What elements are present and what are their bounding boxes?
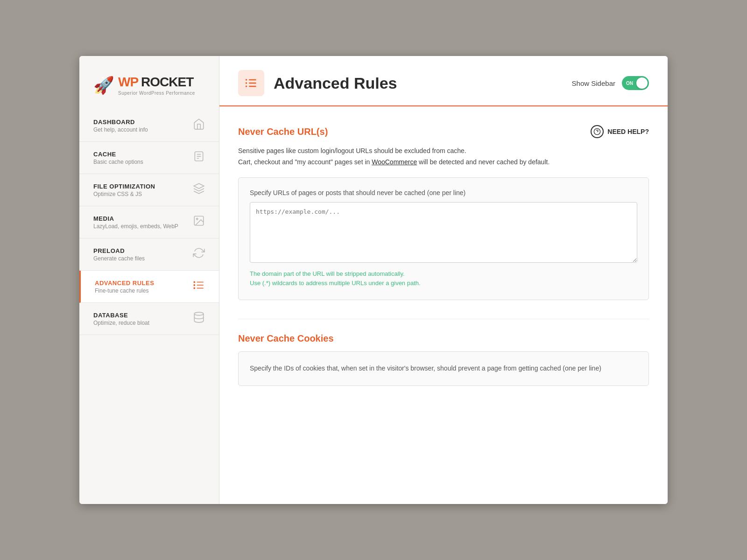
logo-wp: WP (118, 75, 138, 90)
toggle-knob (636, 77, 648, 89)
nav-title-dashboard: DASHBOARD (93, 119, 148, 126)
dashboard-icon (193, 118, 205, 133)
nav-title-media: MEDIA (93, 215, 178, 222)
show-sidebar-label: Show Sidebar (572, 79, 615, 87)
logo-rocket: ROCKET (141, 75, 193, 90)
nav-subtitle-file-optimization: Optimize CSS & JS (93, 191, 155, 197)
nav-subtitle-cache: Basic cache options (93, 159, 143, 165)
toggle-label: ON (626, 81, 633, 86)
main-content-area: Advanced Rules Show Sidebar ON Never Cac… (219, 56, 668, 504)
nav-subtitle-dashboard: Get help, account info (93, 126, 148, 133)
sidebar-item-media[interactable]: MEDIA LazyLoad, emojis, embeds, WebP (79, 206, 219, 238)
file-optimization-icon (193, 182, 205, 197)
need-help-icon (591, 125, 604, 138)
svg-point-12 (194, 287, 195, 288)
main-header: Advanced Rules Show Sidebar ON (219, 56, 668, 106)
never-cache-urls-box: Specify URLs of pages or posts that shou… (238, 177, 649, 301)
hint-line-1: The domain part of the URL will be strip… (250, 269, 637, 279)
svg-marker-4 (194, 183, 204, 189)
database-icon (193, 311, 205, 326)
logo-area: 🚀 WP ROCKET Superior WordPress Performan… (79, 70, 219, 110)
svg-point-13 (194, 312, 204, 315)
main-scroll-content: Never Cache URL(s) NEED HELP? (219, 106, 668, 423)
section-divider (238, 319, 649, 319)
sidebar-item-cache[interactable]: CACHE Basic cache options (79, 142, 219, 174)
page-title: Advanced Rules (274, 74, 397, 92)
svg-point-10 (194, 281, 195, 282)
sidebar-item-dashboard[interactable]: DASHBOARD Get help, account info (79, 110, 219, 142)
never-cache-cookies-title: Never Cache Cookies (238, 333, 334, 344)
preload-icon (193, 247, 205, 262)
rocket-icon: 🚀 (93, 76, 114, 95)
show-sidebar-toggle[interactable]: ON (622, 76, 649, 90)
nav-title-cache: CACHE (93, 151, 143, 158)
urls-textarea[interactable] (250, 202, 637, 263)
nav-subtitle-media: LazyLoad, emojis, embeds, WebP (93, 223, 178, 230)
app-window: 🚀 WP ROCKET Superior WordPress Performan… (79, 56, 668, 504)
desc-line-2-post: will be detected and never cached by def… (417, 158, 550, 166)
nav-subtitle-advanced-rules: Fine-tune cache rules (95, 287, 154, 294)
sidebar: 🚀 WP ROCKET Superior WordPress Performan… (79, 56, 219, 504)
sidebar-item-file-optimization[interactable]: FILE OPTIMIZATION Optimize CSS & JS (79, 174, 219, 206)
never-cache-urls-title: Never Cache URL(s) (238, 126, 328, 137)
svg-point-11 (194, 285, 195, 286)
svg-point-19 (246, 85, 247, 87)
need-help-label: NEED HELP? (607, 128, 649, 135)
nav-title-preload: PRELOAD (93, 247, 145, 254)
never-cache-cookies-section: Never Cache Cookies Specify the IDs of c… (238, 333, 649, 386)
desc-line-2-pre: Cart, checkout and "my account" pages se… (238, 158, 372, 166)
never-cache-urls-section: Never Cache URL(s) NEED HELP? (238, 125, 649, 300)
woocommerce-link[interactable]: WooCommerce (372, 158, 417, 166)
sidebar-item-preload[interactable]: PRELOAD Generate cache files (79, 238, 219, 271)
svg-point-18 (246, 82, 247, 84)
never-cache-cookies-box: Specify the IDs of cookies that, when se… (238, 351, 649, 386)
svg-point-6 (197, 218, 198, 220)
advanced-rules-icon (193, 279, 205, 294)
nav-title-database: DATABASE (93, 312, 149, 319)
urls-box-label: Specify URLs of pages or posts that shou… (250, 189, 637, 196)
nav-subtitle-database: Optimize, reduce bloat (93, 320, 149, 326)
section-header-cookies: Never Cache Cookies (238, 333, 649, 344)
nav-title-advanced-rules: ADVANCED RULES (95, 280, 154, 287)
nav-title-file-optimization: FILE OPTIMIZATION (93, 183, 155, 190)
page-icon (238, 70, 264, 96)
urls-hint: The domain part of the URL will be strip… (250, 269, 637, 289)
sidebar-item-advanced-rules[interactable]: ADVANCED RULES Fine-tune cache rules (79, 271, 219, 303)
never-cache-urls-description: Sensitive pages like custom login/logout… (238, 146, 649, 168)
cache-icon (193, 150, 205, 165)
svg-point-17 (246, 79, 247, 81)
cookies-box-label: Specify the IDs of cookies that, when se… (250, 363, 637, 374)
nav-subtitle-preload: Generate cache files (93, 255, 145, 262)
section-header-urls: Never Cache URL(s) NEED HELP? (238, 125, 649, 138)
media-icon (193, 215, 205, 230)
logo: 🚀 WP ROCKET Superior WordPress Performan… (93, 75, 205, 96)
logo-tagline: Superior WordPress Performance (118, 91, 195, 96)
need-help-button[interactable]: NEED HELP? (591, 125, 649, 138)
desc-line-1: Sensitive pages like custom login/logout… (238, 147, 466, 154)
sidebar-item-database[interactable]: DATABASE Optimize, reduce bloat (79, 303, 219, 335)
hint-line-2: Use (.*) wildcards to address multiple U… (250, 279, 637, 288)
